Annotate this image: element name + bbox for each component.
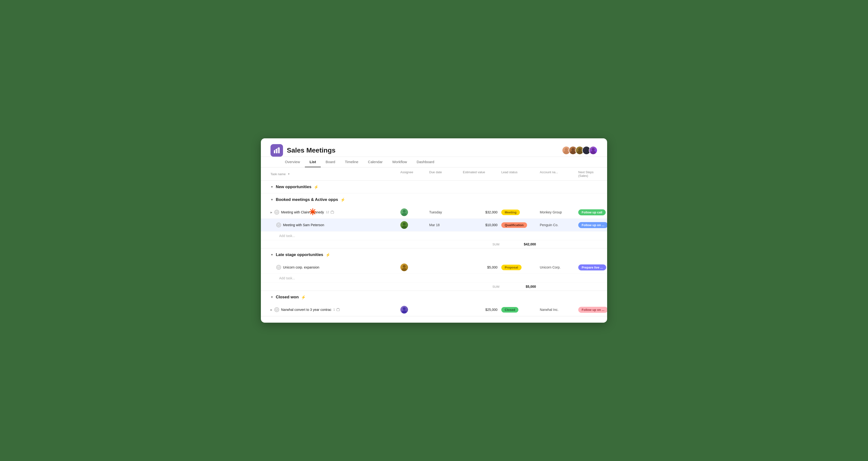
lightning-icon-3: ⚡ xyxy=(301,295,306,299)
section-title-closed-won: Closed won xyxy=(276,295,299,299)
est-value-1: $32,000 xyxy=(463,210,501,214)
svg-point-12 xyxy=(591,151,596,154)
chevron-down-icon-3[interactable]: ▼ xyxy=(271,295,273,299)
avatar-assignee-2 xyxy=(400,221,408,229)
section-booked-meetings: ▼ Booked meetings & Active opps ⚡ ▶ Meet… xyxy=(261,194,607,249)
task-name-3: Unicorn corp. expansion xyxy=(283,265,319,269)
svg-point-9 xyxy=(585,148,588,151)
section-title-late-stage: Late stage opportunities xyxy=(276,252,323,257)
next-step-btn-2[interactable]: Follow up on ... xyxy=(578,222,607,228)
badge-proposal-3: Proposal xyxy=(501,265,522,270)
sum-value-2: $5,000 xyxy=(501,285,540,288)
section-title-new-opportunities: New opportunities xyxy=(276,184,311,189)
svg-point-25 xyxy=(403,307,406,310)
section-header-booked-meetings[interactable]: ▼ Booked meetings & Active opps ⚡ xyxy=(261,194,607,206)
svg-point-20 xyxy=(277,266,280,268)
due-date-2: Mar 18 xyxy=(429,223,463,227)
chevron-down-icon-1[interactable]: ▼ xyxy=(271,198,273,201)
section-header-late-stage[interactable]: ▼ Late stage opportunities ⚡ xyxy=(261,249,607,261)
assignee-cell-3 xyxy=(400,263,429,271)
task-meta-4: 1 xyxy=(333,308,340,311)
est-value-2: $10,000 xyxy=(463,223,501,227)
header: Sales Meetings xyxy=(261,138,607,157)
section-new-opportunities: ▼ New opportunities ⚡ xyxy=(261,181,607,194)
app-icon xyxy=(271,144,283,156)
lightning-icon-1: ⚡ xyxy=(340,198,345,202)
account-name-1: Monkey Group xyxy=(540,210,578,214)
add-task-text-1[interactable]: Add task... xyxy=(271,234,400,238)
next-step-4: Follow up on ... xyxy=(578,307,607,313)
task-name-4: Narwhal convert to 3 year contrac xyxy=(281,308,331,312)
next-step-btn-1[interactable]: Follow up call xyxy=(578,209,606,215)
next-step-2: Follow up on ... xyxy=(578,222,607,228)
lightning-icon-0: ⚡ xyxy=(314,185,318,189)
avatar-assignee-1 xyxy=(400,208,408,216)
task-check-4[interactable] xyxy=(274,307,279,312)
task-name-cell-3: Unicorn corp. expansion xyxy=(271,265,400,270)
section-header-closed-won[interactable]: ▼ Closed won ⚡ xyxy=(261,291,607,304)
svg-point-5 xyxy=(571,148,575,151)
task-row-3[interactable]: Unicorn corp. expansion $5,000 Proposal … xyxy=(261,261,607,274)
task-row-4[interactable]: ▶ Narwhal convert to 3 year contrac 1 xyxy=(261,304,607,316)
tab-calendar[interactable]: Calendar xyxy=(363,157,388,167)
task-check-2[interactable] xyxy=(276,223,281,227)
chevron-down-icon[interactable]: ▼ xyxy=(271,185,273,189)
assignee-cell-1 xyxy=(400,208,429,216)
lead-status-2: Qualification xyxy=(501,222,540,228)
expand-icon-4[interactable]: ▶ xyxy=(271,309,272,311)
task-check-1[interactable] xyxy=(274,210,279,214)
section-closed-won: ▼ Closed won ⚡ ▶ Narwhal convert to 3 ye… xyxy=(261,291,607,316)
svg-rect-0 xyxy=(274,150,275,153)
col-lead-status: Lead status xyxy=(501,170,540,178)
svg-point-23 xyxy=(276,309,278,311)
svg-point-8 xyxy=(577,151,582,154)
tab-dashboard[interactable]: Dashboard xyxy=(412,157,439,167)
task-name-2: Meeting with Sam Peterson xyxy=(283,223,324,227)
header-right xyxy=(562,146,597,155)
add-task-row-1: Add task... xyxy=(261,231,607,240)
next-step-btn-3[interactable]: Prepare live ... xyxy=(578,264,606,270)
col-task-name[interactable]: Task name ▾ xyxy=(271,170,400,178)
table-header: Task name ▾ Assignee Due date Estimated … xyxy=(261,168,607,181)
expand-icon-1[interactable]: ▶ xyxy=(271,211,272,214)
section-title-booked-meetings: Booked meetings & Active opps xyxy=(276,197,338,202)
tab-list[interactable]: List xyxy=(305,157,321,167)
tab-board[interactable]: Board xyxy=(321,157,340,167)
svg-rect-1 xyxy=(276,149,277,153)
svg-point-11 xyxy=(592,148,595,151)
sum-label-2: SUM xyxy=(463,285,501,288)
task-name-cell-1: ▶ Meeting with Claire Kennedy 12 ✳ xyxy=(271,210,400,214)
task-check-3[interactable] xyxy=(276,265,281,270)
section-header-new-opportunities[interactable]: ▼ New opportunities ⚡ xyxy=(261,181,607,193)
next-step-3: Prepare live ... xyxy=(578,264,606,270)
avatar-assignee-3 xyxy=(400,263,408,271)
nav-tabs: Overview List Board Timeline Calendar Wo… xyxy=(280,157,439,167)
tab-overview[interactable]: Overview xyxy=(280,157,305,167)
chevron-down-icon-2[interactable]: ▼ xyxy=(271,253,273,257)
task-row-1[interactable]: ▶ Meeting with Claire Kennedy 12 ✳ xyxy=(261,206,607,219)
svg-point-4 xyxy=(564,151,569,154)
svg-point-7 xyxy=(578,148,581,151)
svg-point-10 xyxy=(584,151,589,154)
svg-point-13 xyxy=(276,211,278,213)
app-title: Sales Meetings xyxy=(287,147,335,154)
task-name-dropdown-icon[interactable]: ▾ xyxy=(288,172,289,176)
task-name-cell-2: Meeting with Sam Peterson xyxy=(271,223,400,227)
est-value-3: $5,000 xyxy=(463,265,501,269)
svg-rect-24 xyxy=(337,309,340,311)
add-task-text-2[interactable]: Add task... xyxy=(271,276,400,280)
col-account-name: Account na... xyxy=(540,170,578,178)
est-value-4: $25,000 xyxy=(463,308,501,312)
task-row-2[interactable]: Meeting with Sam Peterson Mar 18 $10,000… xyxy=(261,219,607,231)
svg-point-16 xyxy=(402,213,407,216)
sum-value-1: $42,000 xyxy=(501,242,540,246)
sum-label-1: SUM xyxy=(463,242,501,246)
tab-timeline[interactable]: Timeline xyxy=(340,157,363,167)
badge-closed-4: Closed xyxy=(501,307,518,313)
svg-point-19 xyxy=(402,226,407,229)
account-name-2: Penguin Co. xyxy=(540,223,578,227)
next-step-btn-4[interactable]: Follow up on ... xyxy=(578,307,607,313)
svg-rect-2 xyxy=(278,147,280,153)
svg-point-17 xyxy=(277,224,280,226)
tab-workflow[interactable]: Workflow xyxy=(388,157,412,167)
